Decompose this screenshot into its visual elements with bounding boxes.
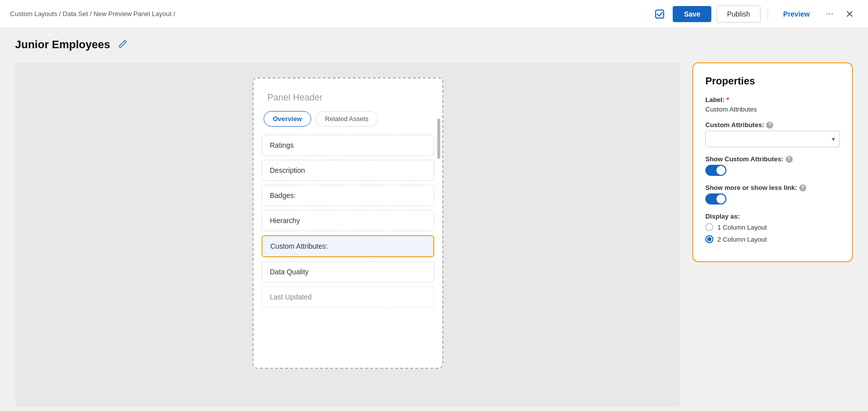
radio-2-column[interactable]: 2 Column Layout: [705, 235, 840, 243]
list-item[interactable]: Badges:: [262, 185, 434, 206]
list-item-custom-attributes[interactable]: Custom Attributes:: [262, 235, 434, 257]
more-options-button[interactable]: ···: [823, 7, 836, 21]
custom-attr-select-wrapper: ▾: [705, 131, 840, 147]
show-custom-attr-label: Show Custom Attributes: ?: [705, 155, 840, 163]
radio-1-column[interactable]: 1 Column Layout: [705, 223, 840, 231]
panel-card: Panel Header Overview Related Assets Rat…: [253, 77, 443, 369]
label-field-value: Custom Attributes: [705, 106, 840, 113]
radio-circle-2col: [705, 235, 713, 243]
label-property-group: Label: * Custom Attributes: [705, 96, 840, 113]
scrollbar[interactable]: [437, 78, 440, 368]
save-button[interactable]: Save: [673, 6, 711, 22]
properties-panel: Properties Label: * Custom Attributes Cu…: [692, 62, 853, 262]
more-icon: ···: [826, 9, 833, 19]
close-icon: ✕: [845, 9, 854, 20]
display-as-group: Display as: 1 Column Layout 2 Column Lay…: [705, 213, 840, 243]
display-as-label: Display as:: [705, 213, 840, 220]
publish-button[interactable]: Publish: [716, 6, 761, 23]
show-more-group: Show more or show less link: ?: [705, 184, 840, 204]
panel-header-section: Panel Header: [254, 78, 442, 111]
display-as-radio-group: 1 Column Layout 2 Column Layout: [705, 223, 840, 243]
edit-title-button[interactable]: [116, 37, 130, 52]
required-indicator: *: [726, 96, 729, 104]
list-item[interactable]: Last Updated: [262, 286, 434, 307]
show-custom-attr-toggle[interactable]: [705, 165, 726, 176]
tab-related-assets[interactable]: Related Assets: [315, 111, 378, 127]
help-icon-2[interactable]: ?: [786, 156, 793, 163]
custom-attributes-group: Custom Attributes: ? ▾: [705, 121, 840, 147]
panel-header-text: Panel Header: [268, 92, 323, 102]
list-item[interactable]: Data Quality: [262, 261, 434, 282]
preview-button[interactable]: Preview: [775, 6, 818, 22]
divider: [768, 8, 768, 20]
custom-attr-label: Custom Attributes: ?: [705, 121, 840, 129]
panel-items: Ratings Description Badges: Hierarchy Cu…: [254, 135, 442, 307]
top-bar: Custom Layouts / Data Set / New Preview …: [0, 0, 868, 28]
tab-overview[interactable]: Overview: [264, 111, 312, 127]
radio-circle-1col: [705, 223, 713, 231]
show-custom-attr-group: Show Custom Attributes: ?: [705, 155, 840, 176]
help-icon[interactable]: ?: [766, 122, 773, 129]
page-title: Junior Employees: [15, 38, 110, 51]
label-field-label: Label: *: [705, 96, 840, 104]
custom-attr-select[interactable]: [705, 131, 840, 147]
show-more-label: Show more or show less link: ?: [705, 184, 840, 191]
top-bar-actions: Save Publish Preview ··· ✕: [652, 6, 858, 23]
list-item[interactable]: Ratings: [262, 135, 434, 156]
show-custom-attr-toggle-wrapper: [705, 165, 840, 176]
show-more-toggle-wrapper: [705, 193, 840, 204]
check-icon-button[interactable]: [652, 6, 668, 22]
main-content: Panel Header Overview Related Assets Rat…: [0, 57, 868, 411]
page-title-area: Junior Employees: [0, 28, 868, 57]
list-item[interactable]: Description: [262, 160, 434, 181]
close-button[interactable]: ✕: [841, 6, 858, 22]
help-icon-3[interactable]: ?: [799, 184, 806, 191]
tabs-row: Overview Related Assets: [254, 111, 442, 135]
properties-title: Properties: [705, 75, 840, 87]
show-more-toggle[interactable]: [705, 193, 726, 204]
breadcrumb: Custom Layouts / Data Set / New Preview …: [10, 10, 175, 18]
canvas-area: Panel Header Overview Related Assets Rat…: [15, 62, 680, 407]
list-item[interactable]: Hierarchy: [262, 210, 434, 231]
